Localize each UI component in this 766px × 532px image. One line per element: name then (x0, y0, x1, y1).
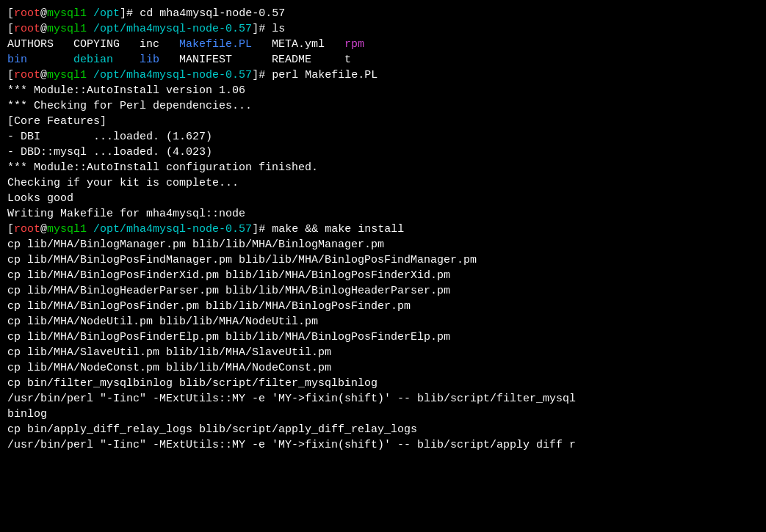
line-22: cp lib/MHA/BinlogPosFinderElp.pm blib/li… (7, 329, 759, 345)
line-11: *** Module::AutoInstall configuration fi… (7, 160, 759, 175)
prompt-hash-5: # (259, 69, 272, 81)
line-7: *** Checking for Perl dependencies... (7, 98, 759, 114)
bracket-close-1: ] (120, 7, 126, 20)
bracket-close-2: ] (252, 23, 259, 35)
output-8: [Core Features] (7, 115, 106, 128)
line-26: /usr/bin/perl "-Iinc" -MExtUtils::MY -e … (7, 391, 759, 407)
ls-lib: lib (140, 54, 159, 66)
output-13: Looks good (7, 192, 73, 205)
output-17: cp lib/MHA/BinlogPosFindManager.pm blib/… (7, 254, 477, 266)
ls-space1 (27, 54, 73, 66)
line-25: cp bin/filter_mysqlbinlog blib/script/fi… (7, 376, 759, 391)
line-15: [root@mysql1 /opt/mha4mysql-node-0.57]# … (7, 222, 759, 237)
line-14: Writing Makefile for mha4mysql::node (7, 206, 759, 222)
line-12: Checking if your kit is complete... (7, 175, 759, 191)
prompt-path-15: /opt/mha4mysql-node-0.57 (93, 223, 252, 236)
prompt-at-1: @ (40, 7, 47, 20)
output-29: /usr/bin/perl "-Iinc" -MExtUtils::MY -e … (7, 439, 576, 451)
prompt-space-5 (87, 69, 93, 81)
prompt-hash-2: # (259, 23, 272, 35)
line-13: Looks good (7, 191, 759, 206)
ls-makefile: Makefile.PL (179, 38, 252, 51)
prompt-hash-1: # (126, 7, 140, 20)
ls-inc: inc (140, 38, 179, 51)
output-16: cp lib/MHA/BinlogManager.pm blib/lib/MHA… (7, 238, 384, 251)
output-14: Writing Makefile for mha4mysql::node (7, 208, 245, 220)
prompt-host-2: mysql1 (47, 23, 87, 35)
bracket-open-2: [ (7, 23, 14, 35)
line-27: binlog (7, 407, 759, 422)
cmd-2: ls (272, 23, 285, 35)
prompt-host-1: mysql1 (47, 7, 87, 20)
output-19: cp lib/MHA/BinlogHeaderParser.pm blib/li… (7, 285, 450, 297)
prompt-space-15 (87, 223, 93, 236)
line-3-ls1: AUTHORS COPYING inc Makefile.PL META.yml… (7, 37, 759, 52)
output-9: - DBI ...loaded. (1.627) (7, 131, 212, 143)
line-10: - DBD::mysql ...loaded. (4.023) (7, 145, 759, 160)
line-4-ls2: bin debian lib MANIFEST README t (7, 52, 759, 68)
ls-rpm: rpm (344, 38, 364, 51)
line-28: cp bin/apply_diff_relay_logs blib/script… (7, 422, 759, 437)
bracket-open-1: [ (7, 7, 14, 20)
output-12: Checking if your kit is complete... (7, 177, 239, 189)
ls-debian: debian (73, 54, 113, 66)
line-18: cp lib/MHA/BinlogPosFinderXid.pm blib/li… (7, 268, 759, 283)
bracket-open-5: [ (7, 69, 14, 81)
line-21: cp lib/MHA/NodeUtil.pm blib/lib/MHA/Node… (7, 314, 759, 329)
prompt-user-5: root (14, 69, 40, 81)
output-11: *** Module::AutoInstall configuration fi… (7, 161, 318, 174)
line-16: cp lib/MHA/BinlogManager.pm blib/lib/MHA… (7, 237, 759, 252)
ls-space2 (113, 54, 140, 66)
prompt-hash-15: # (259, 223, 272, 236)
prompt-user-2: root (14, 23, 40, 35)
prompt-path-5: /opt/mha4mysql-node-0.57 (93, 69, 252, 81)
output-25: cp bin/filter_mysqlbinlog blib/script/fi… (7, 377, 377, 390)
line-9: - DBI ...loaded. (1.627) (7, 129, 759, 145)
line-2: [root@mysql1 /opt/mha4mysql-node-0.57]# … (7, 21, 759, 37)
line-17: cp lib/MHA/BinlogPosFindManager.pm blib/… (7, 252, 759, 268)
cmd-1: cd mha4mysql-node-0.57 (140, 7, 285, 20)
prompt-at-2: @ (40, 23, 47, 35)
output-21: cp lib/MHA/NodeUtil.pm blib/lib/MHA/Node… (7, 316, 318, 328)
prompt-path-1: /opt (93, 7, 120, 20)
line-23: cp lib/MHA/SlaveUtil.pm blib/lib/MHA/Sla… (7, 345, 759, 360)
output-23: cp lib/MHA/SlaveUtil.pm blib/lib/MHA/Sla… (7, 346, 331, 359)
terminal-window: [root@mysql1 /opt]# cd mha4mysql-node-0.… (0, 0, 766, 532)
line-1: [root@mysql1 /opt]# cd mha4mysql-node-0.… (7, 6, 759, 21)
prompt-host-5: mysql1 (47, 69, 87, 81)
prompt-path-2: /opt/mha4mysql-node-0.57 (93, 23, 252, 35)
bracket-close-15: ] (252, 223, 259, 236)
line-24: cp lib/MHA/NodeConst.pm blib/lib/MHA/Nod… (7, 360, 759, 376)
line-6: *** Module::AutoInstall version 1.06 (7, 83, 759, 98)
output-28: cp bin/apply_diff_relay_logs blib/script… (7, 423, 417, 436)
prompt-at-15: @ (40, 223, 47, 236)
output-7: *** Checking for Perl dependencies... (7, 100, 252, 112)
cmd-15: make && make install (272, 223, 404, 236)
output-18: cp lib/MHA/BinlogPosFinderXid.pm blib/li… (7, 269, 450, 282)
prompt-at-5: @ (40, 69, 47, 81)
output-20: cp lib/MHA/BinlogPosFinder.pm blib/lib/M… (7, 300, 411, 313)
output-10: - DBD::mysql ...loaded. (4.023) (7, 146, 212, 158)
output-22: cp lib/MHA/BinlogPosFinderElp.pm blib/li… (7, 331, 450, 343)
bracket-open-15: [ (7, 223, 14, 236)
output-27: binlog (7, 408, 47, 420)
line-19: cp lib/MHA/BinlogHeaderParser.pm blib/li… (7, 283, 759, 299)
prompt-host-15: mysql1 (47, 223, 87, 236)
line-20: cp lib/MHA/BinlogPosFinder.pm blib/lib/M… (7, 299, 759, 314)
ls-authors: AUTHORS (7, 38, 73, 51)
ls-meta: META.yml (252, 38, 344, 51)
output-24: cp lib/MHA/NodeConst.pm blib/lib/MHA/Nod… (7, 362, 331, 374)
cmd-5: perl Makefile.PL (272, 69, 377, 81)
bracket-close-5: ] (252, 69, 259, 81)
line-29: /usr/bin/perl "-Iinc" -MExtUtils::MY -e … (7, 437, 759, 453)
output-6: *** Module::AutoInstall version 1.06 (7, 84, 245, 97)
line-8: [Core Features] (7, 114, 759, 129)
ls-bin: bin (7, 54, 27, 66)
prompt-space-2 (87, 23, 93, 35)
output-26: /usr/bin/perl "-Iinc" -MExtUtils::MY -e … (7, 393, 576, 405)
prompt-user-1: root (14, 7, 40, 20)
prompt-user-15: root (14, 223, 40, 236)
ls-space3: MANIFEST README t (159, 54, 351, 66)
prompt-space-1 (87, 7, 93, 20)
ls-copying: COPYING (73, 38, 140, 51)
